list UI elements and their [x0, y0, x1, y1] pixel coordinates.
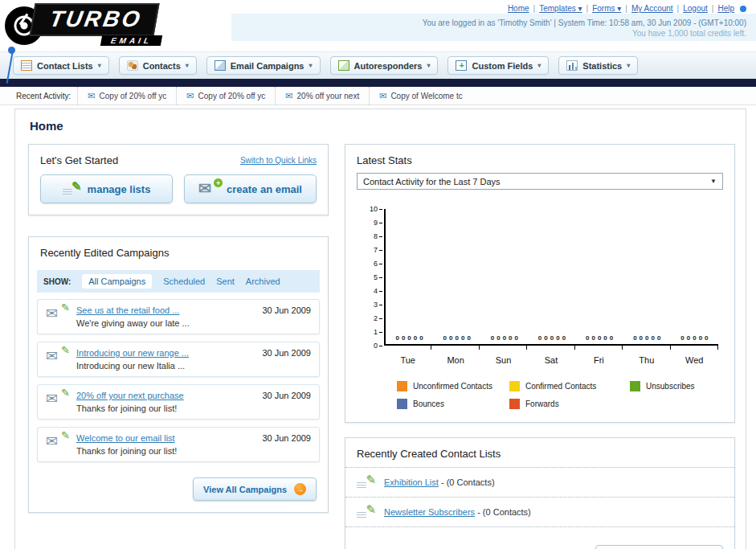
recent-activity-label: Recent Activity:	[0, 92, 77, 100]
value-label: 0	[556, 334, 559, 342]
value-label: 0	[705, 334, 708, 342]
value-label: 0	[503, 334, 506, 342]
value-label: 0	[657, 334, 660, 342]
get-started-title: Let's Get Started	[40, 154, 118, 166]
y-tick-mark	[379, 305, 382, 305]
y-tick-label: 7	[374, 246, 378, 254]
y-tick-mark	[379, 332, 382, 333]
statistics-icon	[566, 60, 578, 71]
legend-swatch	[509, 399, 520, 409]
filter-tab-scheduled[interactable]: Scheduled	[163, 277, 205, 286]
y-tick: 6	[360, 260, 382, 268]
value-label: 0	[603, 334, 607, 342]
get-started-buttons: ✎ manage lists ✉ + create an email	[40, 174, 317, 203]
campaign-item: ✉✎Welcome to our email listThanks for jo…	[37, 427, 320, 462]
stats-period-select[interactable]: Contact Activity for the Last 7 Days ▼	[357, 173, 723, 190]
contact-list-link[interactable]: Exhibition List	[384, 477, 439, 487]
pencil-glyph: ✎	[61, 387, 70, 399]
email-plus-icon: ✉ +	[198, 182, 219, 196]
legend-swatch	[397, 381, 407, 391]
recent-activity-text: Copy of 20% off yc	[198, 92, 266, 100]
tab-statistics[interactable]: Statistics▾	[558, 56, 638, 75]
recent-activity-item[interactable]: ✉20% off your next	[275, 87, 369, 104]
top-link-templates[interactable]: Templates ▾	[539, 4, 582, 13]
right-column: Latest Stats Contact Activity for the La…	[345, 144, 735, 549]
filter-tab-all-campaigns[interactable]: All Campaigns	[82, 274, 152, 289]
tab-label: Statistics	[582, 61, 622, 71]
legend-label: Unconfirmed Contacts	[413, 382, 492, 391]
value-label: 0	[687, 334, 690, 342]
recent-activity-text: Copy of Welcome tc	[390, 92, 462, 100]
value-label: 0	[699, 334, 702, 342]
contact-lists-title: Recently Created Contact Lists	[345, 438, 734, 468]
y-tick-mark	[379, 209, 382, 210]
value-label: 0	[467, 334, 470, 342]
contact-lists-panel: Recently Created Contact Lists ✎Exhibiti…	[345, 437, 735, 549]
get-started-panel: Let's Get Started Switch to Quick Links …	[28, 144, 329, 215]
chevron-down-icon: ▾	[309, 62, 312, 69]
y-tick-mark	[379, 346, 382, 346]
campaign-title-link[interactable]: Welcome to our email list	[76, 433, 252, 443]
chevron-down-icon: ▾	[627, 62, 630, 69]
value-label: 0	[633, 334, 636, 342]
campaign-title-link[interactable]: 20% off your next purchase	[76, 391, 252, 400]
tab-contacts[interactable]: Contacts▾	[119, 56, 197, 75]
top-link-my-account[interactable]: My Account	[631, 4, 673, 13]
recent-activity-item[interactable]: ✉Copy of Welcome tc	[369, 87, 472, 104]
top-link-home[interactable]: Home	[508, 4, 529, 13]
top-link-logout[interactable]: Logout	[683, 4, 708, 13]
see-all-contact-lists-button[interactable]: See All Contact Lists →	[595, 545, 723, 549]
filter-tab-archived[interactable]: Archived	[246, 277, 280, 286]
top-link-help[interactable]: Help	[717, 4, 734, 13]
nav-separator: |	[677, 4, 680, 13]
y-tick-label: 4	[374, 287, 378, 295]
legend-item: Unsubscribes	[630, 381, 726, 391]
recent-activity-item[interactable]: ✉Copy of 20% off yc	[176, 87, 275, 104]
envelope-icon: ✉	[379, 91, 386, 101]
recent-activity-text: Copy of 20% off yc	[100, 92, 167, 100]
x-axis-label: Tue	[384, 355, 431, 370]
campaign-title-link[interactable]: Introducing our new range ...	[76, 348, 252, 358]
contact-activity-chart: 109876543210 000000000000000000000000000…	[360, 209, 723, 370]
filter-tab-sent[interactable]: Sent	[216, 277, 235, 286]
contact-list-link[interactable]: Newsletter Subscribers	[384, 507, 475, 517]
campaign-text: 20% off your next purchaseThanks for joi…	[76, 391, 252, 413]
tab-custom-fields[interactable]: Custom Fields▾	[447, 56, 549, 75]
app-logo: TURBO EMAIL	[5, 2, 222, 50]
x-tick	[623, 346, 670, 350]
recent-activity-items: ✉Copy of 20% off yc✉Copy of 20% off yc✉2…	[77, 87, 472, 104]
view-all-campaigns-button[interactable]: View All Campaigns →	[193, 477, 317, 501]
campaign-subtitle: Thanks for joining our list!	[76, 404, 252, 413]
chart-x-labels: TueMonSunSatFriThuWed	[384, 355, 718, 370]
campaign-title-link[interactable]: See us at the retail food ...	[76, 305, 252, 315]
main-content: Home Let's Get Started Switch to Quick L…	[14, 109, 746, 549]
autoresponders-icon	[338, 60, 349, 71]
tab-contact-lists[interactable]: Contact Lists▾	[13, 56, 109, 75]
pencil-glyph: ✎	[366, 473, 376, 487]
recent-activity-item[interactable]: ✉Copy of 20% off yc	[77, 87, 176, 104]
x-axis-label: Sun	[480, 355, 527, 370]
envelope-glyph: ✉	[46, 433, 58, 449]
switch-quick-links-link[interactable]: Switch to Quick Links	[240, 156, 317, 165]
y-tick: 10	[360, 205, 382, 213]
logo-title: TURBO	[29, 3, 159, 36]
y-tick-mark	[379, 250, 382, 251]
pencil-icon: ✎	[63, 182, 80, 196]
show-label: SHOW:	[43, 277, 71, 286]
manage-lists-button[interactable]: ✎ manage lists	[40, 174, 173, 203]
value-label: 0	[402, 334, 405, 342]
create-email-button[interactable]: ✉ + create an email	[184, 174, 317, 203]
y-tick-label: 2	[374, 314, 378, 322]
view-all-campaigns-label: View All Campaigns	[203, 485, 287, 494]
envelope-pencil-icon: ✉✎	[46, 305, 67, 322]
tab-email-campaigns[interactable]: Email Campaigns▾	[206, 56, 321, 75]
y-tick-label: 0	[374, 342, 378, 350]
tab-autoresponders[interactable]: Autoresponders▾	[330, 56, 439, 75]
top-link-forms[interactable]: Forms ▾	[592, 4, 621, 13]
y-tick-mark	[379, 277, 382, 278]
latest-stats-panel: Latest Stats Contact Activity for the La…	[345, 144, 735, 423]
y-tick-mark	[379, 318, 382, 319]
nav-separator: |	[712, 4, 714, 13]
x-tick	[431, 346, 479, 350]
envelope-glyph: ✉	[46, 305, 58, 322]
